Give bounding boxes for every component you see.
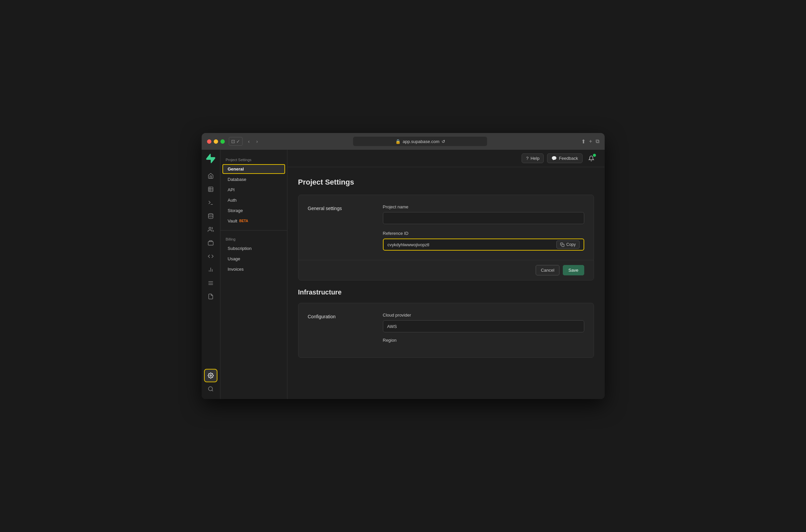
traffic-lights — [207, 139, 225, 144]
general-settings-fields: Project name Reference ID cvykdyhlwwwoji… — [383, 204, 584, 251]
nav-item-api[interactable]: API — [223, 185, 285, 195]
page-title: Project Settings — [298, 178, 594, 187]
back-button[interactable]: ‹ — [247, 137, 251, 146]
sidebar-item-auth[interactable] — [205, 224, 217, 235]
configuration-label: Configuration — [308, 312, 375, 348]
nav-item-database[interactable]: Database — [223, 174, 285, 184]
help-button[interactable]: ? Help — [522, 153, 544, 163]
notification-dot — [593, 154, 596, 157]
sidebar-item-search[interactable] — [205, 383, 217, 395]
svg-point-6 — [209, 227, 211, 229]
sidebar-item-logs[interactable] — [205, 277, 217, 289]
refresh-icon[interactable]: ↺ — [442, 139, 445, 144]
svg-rect-7 — [208, 242, 213, 245]
reference-id-field-group: Reference ID cvykdyhlwwwojivopztl Copy — [383, 231, 584, 251]
sidebar-item-sql-editor[interactable] — [205, 197, 217, 209]
content-area: Project Settings General settings Projec… — [287, 167, 604, 399]
sidebar-item-home[interactable] — [205, 170, 217, 182]
copy-reference-id-button[interactable]: Copy — [556, 241, 579, 249]
reference-id-container: cvykdyhlwwwojivopztl Copy — [383, 239, 584, 251]
lock-icon: 🔒 — [395, 139, 401, 144]
project-name-label: Project name — [383, 204, 584, 209]
svg-rect-17 — [562, 244, 564, 246]
save-button[interactable]: Save — [563, 265, 584, 276]
copy-icon — [560, 243, 564, 247]
nav-item-vault[interactable]: Vault BETA — [223, 216, 285, 226]
tabs-button[interactable]: ⧉ — [596, 138, 599, 145]
infrastructure-title: Infrastructure — [298, 288, 594, 296]
svg-point-14 — [210, 375, 212, 377]
left-nav: Project Settings General Database API Au… — [220, 150, 287, 399]
sidebar-item-sql[interactable] — [205, 290, 217, 303]
sidebar-item-settings[interactable] — [205, 369, 217, 382]
nav-item-subscription[interactable]: Subscription — [223, 244, 285, 253]
nav-item-auth[interactable]: Auth — [223, 195, 285, 205]
infrastructure-card: Configuration Cloud provider AWS Region — [298, 303, 594, 358]
feedback-button[interactable]: 💬 Feedback — [547, 153, 582, 163]
minimize-button[interactable] — [214, 139, 218, 144]
close-button[interactable] — [207, 139, 211, 144]
main-content: ? Help 💬 Feedback Project Settings — [287, 150, 604, 399]
sidebar-item-edge-functions[interactable] — [205, 250, 217, 262]
svg-rect-0 — [208, 187, 213, 192]
top-bar: ? Help 💬 Feedback — [287, 150, 604, 167]
maximize-button[interactable] — [220, 139, 225, 144]
reference-id-value: cvykdyhlwwwojivopztl — [388, 242, 429, 247]
cloud-provider-value: AWS — [383, 320, 584, 332]
nav-item-general[interactable]: General — [223, 164, 285, 174]
svg-point-5 — [208, 214, 213, 215]
cloud-provider-field: Cloud provider AWS — [383, 312, 584, 332]
general-settings-card-footer: Cancel Save — [299, 260, 594, 280]
project-name-input[interactable] — [383, 212, 584, 224]
general-settings-label: General settings — [308, 204, 375, 251]
svg-point-15 — [208, 386, 212, 391]
nav-divider — [220, 230, 287, 230]
general-settings-card: General settings Project name Reference … — [298, 195, 594, 280]
sidebar-toggle-button[interactable]: ⊡ ✓ — [229, 137, 243, 146]
billing-section-title: Billing — [220, 234, 287, 243]
sidebar-item-table-editor[interactable] — [205, 183, 217, 195]
region-field: Region — [383, 338, 584, 343]
nav-item-storage[interactable]: Storage — [223, 206, 285, 215]
sidebar-item-database[interactable] — [205, 210, 217, 222]
sidebar-item-reports[interactable] — [205, 264, 217, 276]
project-settings-section-title: Project Settings — [220, 155, 287, 164]
help-icon: ? — [526, 156, 528, 161]
url-text: app.supabase.com — [403, 139, 440, 144]
sidebar-item-storage[interactable] — [205, 237, 217, 249]
nav-item-usage[interactable]: Usage — [223, 254, 285, 264]
project-name-field-group: Project name — [383, 204, 584, 224]
browser-actions: ⬆ + ⧉ — [581, 138, 599, 145]
new-tab-button[interactable]: + — [589, 138, 592, 145]
browser-chrome: ⊡ ✓ ‹ › 🔒 app.supabase.com ↺ ⬆ + ⧉ — [202, 133, 604, 150]
cancel-button[interactable]: Cancel — [536, 265, 559, 276]
region-label: Region — [383, 338, 584, 343]
infrastructure-fields: Cloud provider AWS Region — [383, 312, 584, 348]
cloud-provider-label: Cloud provider — [383, 312, 584, 318]
icon-sidebar — [202, 150, 220, 399]
chat-icon: 💬 — [551, 156, 557, 161]
nav-item-invoices[interactable]: Invoices — [223, 264, 285, 274]
share-button[interactable]: ⬆ — [581, 138, 586, 145]
vault-beta-badge: BETA — [239, 219, 248, 223]
svg-line-16 — [212, 390, 213, 391]
forward-button[interactable]: › — [255, 137, 259, 146]
reference-id-label: Reference ID — [383, 231, 584, 236]
supabase-logo[interactable] — [206, 154, 215, 165]
address-bar[interactable]: 🔒 app.supabase.com ↺ — [353, 137, 487, 146]
notification-button[interactable] — [586, 153, 597, 164]
